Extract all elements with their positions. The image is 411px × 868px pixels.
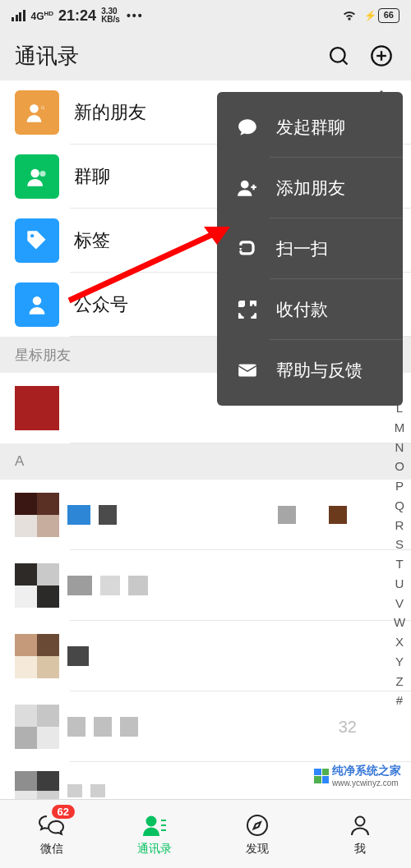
menu-label: 扫一扫	[276, 237, 328, 260]
section-a: A	[0, 443, 411, 480]
menu-label: 添加朋友	[276, 177, 345, 200]
battery-indicator: ⚡ 66	[364, 8, 399, 22]
redacted-text	[128, 576, 148, 595]
tab-chats[interactable]: 62 微信	[0, 800, 103, 868]
menu-scan[interactable]: 扫一扫	[217, 218, 403, 279]
charging-icon: ⚡	[364, 10, 376, 21]
shortcut-label: 公众号	[74, 292, 128, 317]
svg-point-20	[355, 816, 364, 825]
network-type: 4GHD	[31, 11, 54, 21]
index-letter[interactable]: O	[395, 459, 404, 475]
tab-label: 我	[354, 842, 366, 857]
redacted-text	[90, 784, 105, 797]
index-letter[interactable]: Q	[395, 498, 404, 514]
pay-icon	[235, 297, 260, 322]
redacted-text	[100, 576, 120, 595]
shortcut-label: 群聊	[74, 164, 110, 189]
svg-point-11	[241, 181, 249, 189]
index-letter[interactable]: P	[395, 479, 404, 494]
index-letter[interactable]: W	[394, 615, 405, 631]
contact-row[interactable]	[0, 550, 411, 621]
svg-line-1	[343, 60, 347, 64]
battery-level: 66	[378, 8, 399, 22]
redacted-text	[67, 717, 85, 737]
svg-point-9	[30, 234, 34, 237]
avatar	[15, 563, 59, 608]
watermark-logo-icon	[314, 769, 329, 783]
alphabet-index[interactable]: L M N O P Q R S T U V W X Y Z #	[391, 401, 408, 786]
redacted-text	[94, 717, 112, 737]
index-letter[interactable]: U	[395, 576, 404, 592]
redacted-text	[120, 717, 138, 737]
index-letter[interactable]: V	[395, 596, 404, 612]
svg-point-8	[40, 171, 46, 177]
signal-bars-icon	[12, 10, 25, 21]
svg-point-15	[146, 816, 155, 825]
index-letter[interactable]: #	[396, 693, 403, 709]
menu-label: 帮助与反馈	[276, 359, 363, 382]
wifi-icon	[341, 8, 358, 24]
add-button[interactable]	[367, 41, 396, 71]
avatar	[15, 386, 59, 430]
me-icon	[346, 812, 374, 838]
contact-row[interactable]	[0, 621, 411, 691]
shortcut-label: 新的朋友	[74, 100, 146, 125]
add-friend-icon	[235, 176, 260, 200]
index-letter[interactable]: Y	[395, 654, 404, 670]
discover-icon	[243, 812, 271, 838]
search-button[interactable]	[324, 41, 353, 71]
tag-icon	[25, 229, 48, 252]
status-time: 21:24	[58, 7, 96, 25]
index-letter[interactable]: S	[395, 537, 404, 553]
contact-row[interactable]	[0, 480, 411, 550]
avatar	[15, 493, 59, 537]
redacted-text	[67, 576, 92, 595]
mail-icon	[235, 358, 260, 383]
new-friends-icon	[25, 101, 48, 124]
group-chat-icon	[25, 165, 48, 188]
tab-label: 微信	[40, 842, 63, 857]
avatar	[15, 705, 59, 749]
redacted-text	[67, 505, 90, 525]
menu-label: 收付款	[276, 298, 328, 321]
svg-point-0	[330, 48, 345, 62]
index-letter[interactable]: M	[395, 420, 405, 436]
svg-point-5	[30, 104, 39, 113]
shortcut-label: 标签	[74, 228, 110, 253]
redacted-text	[67, 784, 82, 797]
add-menu-popover: 发起群聊 添加朋友 扫一扫 收付款 帮助与反馈	[217, 92, 403, 406]
index-letter[interactable]: Z	[395, 674, 403, 690]
redacted-text	[329, 506, 347, 524]
watermark: 纯净系统之家 www.ycwinyz.com	[311, 762, 404, 789]
avatar	[15, 634, 59, 678]
menu-label: 发起群聊	[276, 116, 345, 139]
data-rate: 3.30KB/s	[101, 7, 120, 24]
tab-label: 发现	[246, 842, 269, 857]
chat-bubble-icon	[235, 115, 260, 140]
contact-row[interactable]: 32	[0, 691, 411, 762]
page-header: 通讯录	[0, 31, 411, 80]
menu-payment[interactable]: 收付款	[217, 279, 403, 340]
menu-help-feedback[interactable]: 帮助与反馈	[217, 340, 403, 401]
svg-point-7	[30, 169, 39, 178]
plus-circle-icon	[370, 44, 393, 67]
index-letter[interactable]: X	[395, 635, 404, 650]
svg-point-19	[247, 815, 267, 835]
search-icon	[327, 44, 350, 67]
contacts-icon	[141, 812, 169, 838]
menu-start-group-chat[interactable]: 发起群聊	[217, 97, 403, 158]
index-letter[interactable]: N	[395, 440, 404, 456]
tab-discover[interactable]: 发现	[206, 800, 308, 868]
scan-icon	[235, 237, 260, 261]
tab-contacts[interactable]: 通讯录	[103, 800, 206, 868]
partial-number: 32	[339, 718, 357, 737]
redacted-text	[278, 506, 296, 524]
page-title: 通讯录	[15, 42, 79, 71]
menu-add-friend[interactable]: 添加朋友	[217, 158, 403, 218]
index-letter[interactable]: T	[395, 557, 403, 572]
redacted-text	[99, 505, 117, 525]
more-status-icon: •••	[127, 9, 144, 22]
index-letter[interactable]: R	[395, 518, 404, 534]
tab-me[interactable]: 我	[308, 800, 411, 868]
unread-badge: 62	[52, 805, 75, 819]
